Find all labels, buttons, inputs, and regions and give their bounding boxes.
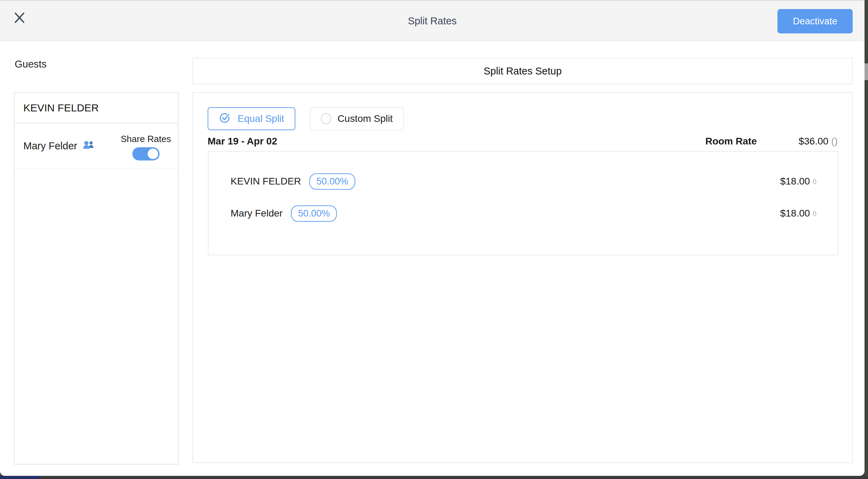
date-rate-row: Mar 19 - Apr 02 Room Rate $36.00 () [208, 136, 838, 147]
close-button[interactable] [12, 10, 27, 26]
rate-row-kevin: KEVIN FELDER 50.00% $18.00 () [231, 165, 816, 197]
rate-guest-name: Mary Felder [231, 208, 282, 219]
custom-split-label: Custom Split [338, 113, 393, 124]
room-rate-label: Room Rate [705, 136, 757, 147]
custom-split-button[interactable]: Custom Split [310, 107, 404, 130]
guest-rates-box: KEVIN FELDER 50.00% $18.00 () Mary Felde… [208, 151, 838, 255]
rate-amount: $18.00 [780, 208, 810, 219]
primary-guest-header: KEVIN FELDER [14, 93, 178, 123]
modal-title: Split Rates [0, 1, 865, 41]
share-rates-label: Share Rates [121, 134, 171, 144]
rate-row-mary: Mary Felder 50.00% $18.00 () [231, 197, 816, 229]
background-bottom-navy-segment [0, 476, 41, 479]
equal-split-button[interactable]: Equal Split [208, 107, 295, 130]
background-right-strip [865, 0, 868, 479]
setup-header: Split Rates Setup [193, 58, 853, 84]
rate-guest-name: KEVIN FELDER [231, 176, 301, 187]
setup-title: Split Rates Setup [483, 65, 561, 77]
modal-header: Split Rates Deactivate [0, 0, 865, 41]
people-icon [82, 140, 95, 152]
split-mode-options: Equal Split Custom Split [208, 107, 838, 130]
room-rate-amount: $36.00 [799, 136, 829, 147]
guest-row[interactable]: Mary Felder Share Rates [14, 123, 178, 169]
share-rates-control: Share Rates [121, 132, 171, 160]
share-rates-toggle[interactable] [132, 147, 160, 160]
screen: Split Rates Deactivate Guests KEVIN FELD… [0, 0, 868, 479]
rate-amount-suffix: () [813, 178, 816, 184]
close-icon [14, 11, 25, 25]
guests-panel: KEVIN FELDER Mary Felder [14, 92, 178, 464]
equal-split-label: Equal Split [238, 113, 284, 124]
guests-section-label: Guests [15, 58, 47, 70]
rate-amount: $18.00 [780, 176, 810, 187]
guest-name: Mary Felder [23, 140, 77, 152]
scrollbar-thumb[interactable] [865, 63, 868, 80]
background-bottom-strip [0, 476, 868, 479]
percent-pill[interactable]: 50.00% [309, 173, 355, 190]
toggle-knob [148, 149, 158, 159]
check-circle-icon [219, 111, 231, 126]
primary-guest-name: KEVIN FELDER [23, 102, 99, 114]
rate-amount-suffix: () [813, 210, 816, 217]
deactivate-button[interactable]: Deactivate [777, 9, 853, 33]
split-rates-modal: Split Rates Deactivate Guests KEVIN FELD… [0, 0, 865, 476]
radio-circle-icon [321, 113, 331, 124]
percent-pill[interactable]: 50.00% [291, 205, 337, 222]
room-rate-suffix: () [831, 136, 838, 147]
date-range: Mar 19 - Apr 02 [208, 136, 277, 147]
setup-panel: Equal Split Custom Split Mar 19 - Apr 02… [193, 92, 853, 463]
